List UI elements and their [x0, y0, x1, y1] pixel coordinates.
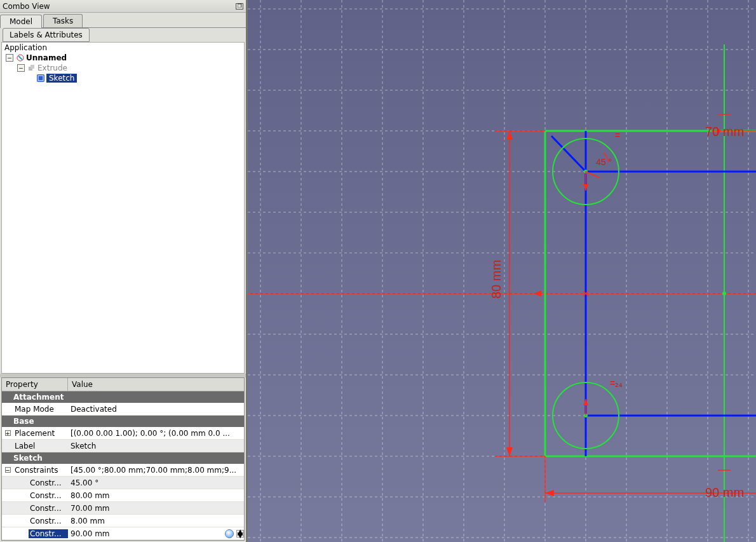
prop-value[interactable]: [45.00 °;80.00 mm;70.00 mm;8.00 mm;9... [68, 466, 244, 475]
prop-label: Constr... [29, 517, 68, 525]
header-value: Value [68, 378, 244, 391]
axis-ticks [534, 114, 731, 470]
row-map-mode[interactable]: Map Mode Deactivated [2, 403, 244, 416]
svg-rect-2 [30, 65, 34, 69]
row-constraint-5-selected[interactable]: Constr... 90.00 mm ▲▼ [2, 527, 244, 540]
main-tabs: Model Tasks [0, 13, 246, 28]
tree-label: Application [4, 43, 47, 52]
point[interactable] [722, 292, 726, 295]
svg-marker-34 [506, 447, 513, 456]
tab-model[interactable]: Model [0, 15, 42, 28]
dimension-45deg[interactable]: 45 ° = [583, 130, 620, 191]
prop-value[interactable]: 8.00 mm [68, 517, 244, 525]
tab-tasks[interactable]: Tasks [43, 14, 83, 27]
panel-titlebar[interactable]: Combo View ❐ [0, 0, 246, 13]
app-root: Combo View ❐ Model Tasks Labels & Attrib… [0, 0, 756, 542]
group-sketch[interactable]: Sketch [2, 452, 244, 464]
property-header: Property Value [2, 378, 244, 391]
row-constraint-3[interactable]: Constr... 70.00 mm [2, 502, 244, 515]
tab-labels-attributes[interactable]: Labels & Attributes [3, 28, 90, 42]
prop-label: Constraints [13, 466, 68, 475]
group-attachment[interactable]: Attachment [2, 391, 244, 403]
svg-marker-33 [506, 131, 513, 140]
row-constraint-4[interactable]: Constr... 8.00 mm [2, 515, 244, 527]
prop-value[interactable]: Sketch [68, 442, 244, 451]
combo-view-panel: Combo View ❐ Model Tasks Labels & Attrib… [0, 0, 248, 542]
tree-label: Extrude [37, 64, 67, 72]
row-placement[interactable]: + Placement [(0.00 0.00 1.00); 0.00 °; (… [2, 427, 244, 440]
prop-label: Constr... [29, 478, 68, 487]
prop-label: Constr... [29, 504, 68, 513]
sketch-canvas[interactable]: 80 mm 90 mm 70 mm 45 ° [248, 0, 756, 542]
prop-value-text: 90.00 mm [71, 529, 110, 538]
tree-extrude[interactable]: − Extrude [2, 63, 244, 73]
prop-value[interactable]: 70.00 mm [68, 504, 244, 513]
svg-marker-43 [583, 184, 588, 191]
diagonal-edge[interactable] [551, 136, 586, 172]
dimension-text: 90 mm [705, 485, 744, 499]
prop-label: Constr... [29, 529, 68, 538]
prop-value[interactable]: 80.00 mm [68, 491, 244, 500]
property-grid: Property Value Attachment Map Mode Deact… [1, 377, 245, 541]
expression-icon[interactable] [225, 529, 234, 538]
document-icon [16, 53, 25, 62]
svg-marker-47 [534, 290, 541, 297]
prop-label: Placement [13, 429, 68, 438]
prop-value[interactable]: 45.00 ° [68, 478, 244, 487]
3d-viewport[interactable]: 80 mm 90 mm 70 mm 45 ° [248, 0, 756, 542]
tree-label-selected: Sketch [46, 74, 77, 83]
row-constraint-2[interactable]: Constr... 80.00 mm [2, 489, 244, 502]
prop-value-editable[interactable]: 90.00 mm ▲▼ [68, 529, 244, 538]
sketch-icon [36, 74, 45, 83]
tree-sketch[interactable]: Sketch [2, 73, 244, 83]
row-label[interactable]: Label Sketch [2, 440, 244, 452]
prop-value[interactable]: [(0.00 0.00 1.00); 0.00 °; (0.00 mm 0.0 … [68, 429, 244, 438]
model-tree[interactable]: Application − Unnamed − Extrude [1, 42, 245, 374]
svg-marker-46 [583, 399, 588, 405]
panel-title: Combo View [3, 2, 50, 11]
prop-value[interactable]: Deactivated [68, 405, 244, 414]
dimension-text: 45 ° [596, 157, 612, 167]
tree-document[interactable]: − Unnamed [2, 53, 244, 63]
collapse-icon[interactable]: − [17, 64, 25, 72]
constraint-eq-symbol: = [615, 130, 620, 140]
prop-label: Constr... [29, 491, 68, 500]
dimension-text: 80 mm [489, 260, 503, 299]
dimension-text: 70 mm [705, 125, 744, 139]
expand-icon[interactable]: + [5, 430, 11, 436]
extrude-icon [27, 64, 36, 72]
collapse-icon[interactable]: − [6, 54, 13, 62]
tree-application[interactable]: Application [2, 43, 244, 53]
collapse-icon[interactable]: − [5, 467, 11, 473]
constraint-text: =₂₄ [610, 378, 623, 388]
prop-label: Label [13, 442, 68, 451]
sub-tabs: Labels & Attributes [0, 28, 246, 42]
header-property: Property [2, 378, 68, 391]
constraint-equal-24[interactable]: =₂₄ [583, 378, 623, 416]
svg-marker-38 [545, 490, 554, 496]
prop-label: Map Mode [13, 405, 68, 414]
row-constraint-1[interactable]: Constr... 45.00 ° [2, 477, 244, 489]
spinner-icon[interactable]: ▲▼ [236, 530, 244, 538]
row-constraints[interactable]: − Constraints [45.00 °;80.00 mm;70.00 mm… [2, 464, 244, 477]
tree-label: Unnamed [26, 53, 67, 62]
group-base[interactable]: Base [2, 416, 244, 427]
undock-icon[interactable]: ❐ [236, 3, 243, 10]
